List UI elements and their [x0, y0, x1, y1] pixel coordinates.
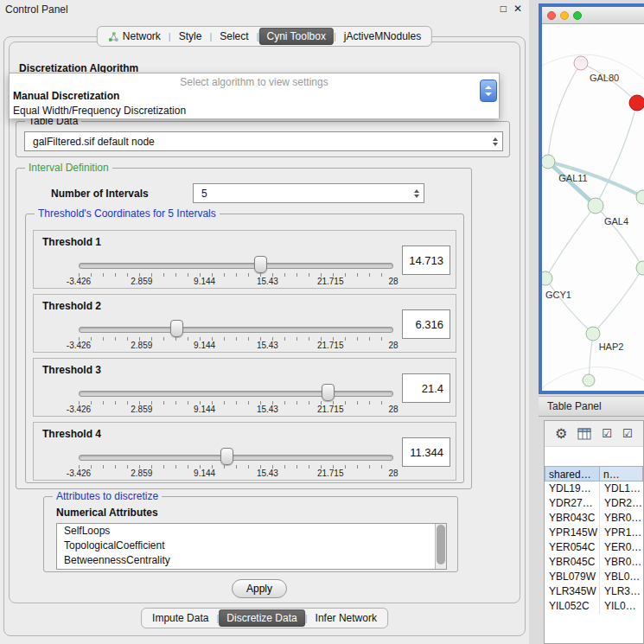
network-edge[interactable]: [545, 278, 593, 334]
tick-label: 21.715: [317, 277, 344, 286]
table-cell: YBR043C: [545, 511, 600, 526]
tick-label: 21.715: [317, 341, 344, 350]
number-of-intervals-value: 5: [194, 188, 207, 200]
slider-track[interactable]: [79, 391, 393, 397]
tick-label: -3.426: [67, 277, 91, 286]
table-row[interactable]: YIL052CYIL0…: [545, 599, 643, 614]
threshold-value-field[interactable]: 21.4: [402, 373, 450, 403]
threshold-label: Threshold 3: [42, 364, 101, 376]
table-column-header[interactable]: shared…: [545, 466, 600, 481]
network-edge[interactable]: [548, 63, 581, 162]
table-row[interactable]: YDL19…YDL1…: [545, 481, 643, 496]
tab-select[interactable]: Select: [212, 28, 256, 45]
table-row[interactable]: YBR045CYBR0…: [545, 555, 643, 570]
network-canvas[interactable]: GAL80GAL11GAL4GCY1HAP2: [542, 24, 644, 391]
apply-button[interactable]: Apply: [232, 579, 287, 598]
tab-discretize-data[interactable]: Discretize Data: [219, 609, 304, 627]
network-edge[interactable]: [581, 63, 637, 103]
table-row[interactable]: YBR043CYBR0…: [545, 511, 643, 526]
slider-track[interactable]: [79, 263, 393, 269]
algorithm-dropdown-placeholder: Select algorithm to view settings: [10, 75, 499, 89]
network-node[interactable]: [542, 271, 552, 285]
tab-cyni-toolbox[interactable]: Cyni Toolbox: [258, 28, 333, 45]
numerical-attributes-list[interactable]: SelfLoopsTopologicalCoefficientBetweenne…: [56, 523, 447, 570]
tick-label: 2.859: [131, 277, 152, 286]
control-panel-title: Control Panel: [5, 3, 68, 16]
network-node[interactable]: [542, 155, 555, 169]
zoom-traffic-light-icon[interactable]: [573, 11, 582, 20]
list-scrollbar[interactable]: [435, 524, 446, 569]
tab-style[interactable]: Style: [171, 28, 210, 45]
attribute-list-item[interactable]: BetweennessCentrality: [57, 553, 446, 568]
slider-track[interactable]: [79, 455, 393, 461]
tick-label: 21.715: [317, 405, 344, 414]
columns-icon[interactable]: [577, 428, 591, 440]
tick-label: 2.859: [131, 469, 152, 478]
arrow-down-icon: [485, 92, 492, 96]
app: Control Panel □ ✕ Network|Style|Select|C…: [0, 0, 644, 644]
slider-thumb[interactable]: [254, 256, 267, 273]
network-node-label: GAL80: [590, 73, 619, 83]
table-column-header[interactable]: n…: [600, 466, 643, 481]
table-cell: YDR27…: [545, 496, 600, 511]
slider-thumb[interactable]: [220, 448, 233, 465]
attributes-legend: Attributes to discretize: [53, 490, 162, 502]
network-edge[interactable]: [542, 54, 644, 88]
table-row[interactable]: YDR27…YDR2…: [545, 496, 643, 511]
table-row[interactable]: YER054CYER0…: [545, 540, 643, 555]
network-edge[interactable]: [596, 206, 643, 268]
minimize-traffic-light-icon[interactable]: [560, 11, 569, 20]
network-icon: [108, 31, 119, 42]
close-icon[interactable]: ✕: [513, 3, 522, 15]
threshold-value-field[interactable]: 14.713: [402, 245, 450, 275]
threshold-value-field[interactable]: 11.344: [402, 437, 450, 467]
network-node[interactable]: [574, 56, 588, 70]
close-traffic-light-icon[interactable]: [547, 11, 556, 20]
select-none-checkbox-icon[interactable]: ☑: [622, 428, 633, 439]
network-node[interactable]: [583, 374, 595, 386]
tab-network[interactable]: Network: [100, 28, 169, 45]
tab-label: Style: [179, 28, 202, 45]
scrollbar-thumb[interactable]: [437, 525, 445, 564]
select-all-checkbox-icon[interactable]: ☑: [602, 428, 612, 439]
attribute-list-item[interactable]: TopologicalCoefficient: [57, 539, 446, 553]
threshold-value-field[interactable]: 6.316: [402, 309, 450, 339]
network-view-window[interactable]: GAL80GAL11GAL4GCY1HAP2: [539, 3, 644, 394]
network-node-label: HAP2: [599, 341, 624, 352]
combo-arrows-button[interactable]: [480, 80, 497, 102]
interval-definition-group: Interval Definition Number of Intervals …: [16, 168, 472, 489]
table-data-combo[interactable]: galFiltered.sif default node: [24, 131, 503, 151]
network-edge[interactable]: [593, 268, 643, 334]
tab-impute-data[interactable]: Impute Data: [144, 609, 216, 627]
table-cell: YER0…: [600, 540, 643, 555]
threshold-label: Threshold 1: [42, 236, 101, 248]
number-of-intervals-spinner[interactable]: 5: [193, 183, 424, 203]
tick-label: 15.43: [257, 341, 278, 350]
attribute-list-item[interactable]: SelfLoops: [57, 524, 446, 539]
algorithm-option[interactable]: Manual Discretization: [10, 89, 499, 104]
tab-infer-network[interactable]: Infer Network: [308, 609, 385, 627]
table-row[interactable]: YBL079WYBL0…: [545, 570, 643, 584]
tab-label: Cyni Toolbox: [266, 28, 325, 45]
slider-track[interactable]: [79, 327, 393, 333]
gear-icon[interactable]: ⚙: [555, 427, 567, 441]
slider-thumb[interactable]: [322, 384, 335, 401]
float-window-icon[interactable]: □: [501, 3, 507, 15]
thresholds-legend: Threshold's Coordinates for 5 Intervals: [35, 207, 220, 220]
network-node[interactable]: [586, 327, 600, 341]
network-edge[interactable]: [545, 206, 596, 278]
tick-label: -3.426: [67, 405, 91, 414]
table-row[interactable]: YLR345WYLR3…: [545, 584, 643, 599]
tick-label: 28: [388, 341, 398, 350]
tab-label: Infer Network: [316, 609, 377, 627]
table-row[interactable]: YPR145WYPR1…: [545, 526, 643, 540]
network-node[interactable]: [629, 95, 644, 111]
table-cell: YLR345W: [545, 584, 600, 599]
number-of-intervals-label: Number of Intervals: [51, 188, 149, 200]
tab-jactivemnodules[interactable]: jActiveMNodules: [336, 28, 429, 45]
network-node[interactable]: [636, 261, 644, 275]
network-node[interactable]: [588, 198, 603, 214]
algorithm-option[interactable]: Equal Width/Frequency Discretization: [10, 104, 499, 118]
tab-label: jActiveMNodules: [344, 28, 421, 45]
slider-thumb[interactable]: [170, 320, 183, 337]
